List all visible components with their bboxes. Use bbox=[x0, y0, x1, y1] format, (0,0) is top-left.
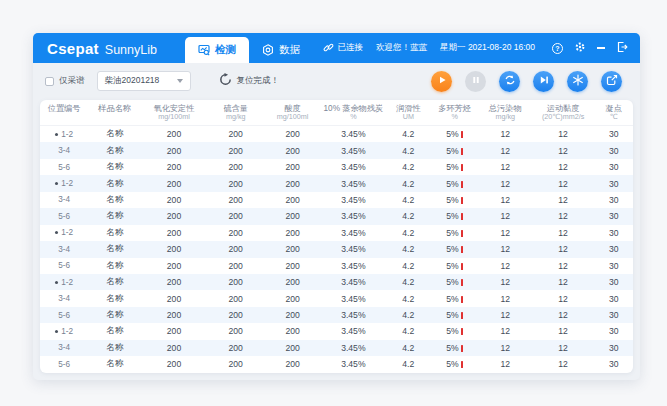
action-buttons bbox=[431, 71, 628, 92]
cell-sample-name: 名称 bbox=[88, 358, 141, 370]
cell-value: 4.2 bbox=[386, 211, 430, 221]
table-row[interactable]: 3-4名称2002002003.45%4.25%121230 bbox=[40, 290, 633, 306]
gear-icon[interactable] bbox=[574, 41, 586, 55]
cell-sample-name: 名称 bbox=[88, 178, 141, 190]
table-row[interactable]: 5-6名称2002002003.45%4.25%121230 bbox=[40, 208, 633, 224]
cell-value: 30 bbox=[594, 211, 633, 221]
table-row[interactable]: 3-4名称2002002003.45%4.25%121230 bbox=[40, 142, 633, 158]
table-row[interactable]: 5-6名称2002002003.45%4.25%121230 bbox=[40, 356, 633, 372]
cell-value: 5% bbox=[431, 211, 479, 221]
cell-value: 200 bbox=[265, 195, 321, 205]
cell-sample-name: 名称 bbox=[88, 128, 141, 140]
cell-value: 5% bbox=[431, 326, 479, 336]
pause-button[interactable] bbox=[465, 71, 486, 92]
cell-value: 30 bbox=[594, 277, 633, 287]
cell-value: 200 bbox=[207, 343, 265, 353]
connection-status-text: 已连接 bbox=[338, 42, 364, 54]
cell-value: 12 bbox=[479, 162, 532, 172]
cell-value: 200 bbox=[207, 228, 265, 238]
sample-select[interactable]: 柴油20201218 bbox=[97, 71, 191, 91]
cell-value: 30 bbox=[594, 244, 633, 254]
table-header-row: 位置编号 样品名称 氧化安定性mg/100ml硫含量mg/kg酸度mg/100m… bbox=[40, 100, 633, 126]
reset-refresh-icon[interactable] bbox=[219, 72, 232, 90]
header-right: 已连接 欢迎您！蓝蓝 星期一 2021-08-20 16:00 ? bbox=[323, 41, 640, 55]
cell-value: 5% bbox=[431, 146, 479, 156]
cell-value: 3.45% bbox=[321, 359, 387, 369]
cell-value: 4.2 bbox=[386, 310, 430, 320]
cell-value: 12 bbox=[479, 129, 532, 139]
logout-icon[interactable] bbox=[616, 41, 628, 55]
alert-flag-icon bbox=[461, 164, 464, 171]
freeze-button[interactable] bbox=[567, 71, 588, 92]
connection-status: 已连接 bbox=[323, 42, 364, 55]
cell-value: 30 bbox=[594, 162, 633, 172]
cell-value: 200 bbox=[265, 261, 321, 271]
cell-sample-name: 名称 bbox=[88, 293, 141, 305]
cell-position: 5-6 bbox=[40, 261, 88, 270]
table-row[interactable]: 1-2名称2002002003.45%4.25%121230 bbox=[40, 225, 633, 241]
cell-value: 30 bbox=[594, 343, 633, 353]
cell-value: 4.2 bbox=[386, 326, 430, 336]
cell-value: 200 bbox=[141, 310, 207, 320]
minimize-icon[interactable] bbox=[597, 47, 605, 49]
cell-value: 12 bbox=[479, 244, 532, 254]
cell-value: 12 bbox=[532, 162, 595, 172]
sync-button[interactable] bbox=[499, 71, 520, 92]
cell-value: 4.2 bbox=[386, 129, 430, 139]
cell-value: 4.2 bbox=[386, 228, 430, 238]
cell-value: 30 bbox=[594, 261, 633, 271]
cell-position: 5-6 bbox=[40, 163, 88, 172]
help-icon[interactable]: ? bbox=[552, 43, 563, 54]
cell-value: 200 bbox=[141, 244, 207, 254]
cell-value: 12 bbox=[532, 244, 595, 254]
column-header: 酸度mg/100ml bbox=[265, 104, 321, 122]
cell-value: 5% bbox=[431, 179, 479, 189]
cell-value: 4.2 bbox=[386, 277, 430, 287]
cell-value: 200 bbox=[265, 359, 321, 369]
cell-value: 200 bbox=[265, 326, 321, 336]
column-header: 凝点℃ bbox=[594, 104, 633, 122]
cell-value: 5% bbox=[431, 261, 479, 271]
spectrum-checkbox[interactable] bbox=[45, 77, 54, 86]
welcome-text: 欢迎您！蓝蓝 bbox=[376, 42, 427, 54]
cell-value: 12 bbox=[479, 343, 532, 353]
table-row[interactable]: 1-2名称2002002003.45%4.25%121230 bbox=[40, 126, 633, 142]
table-row[interactable]: 3-4名称2002002003.45%4.25%121230 bbox=[40, 340, 633, 356]
table-row[interactable]: 5-6名称2002002003.45%4.25%121230 bbox=[40, 307, 633, 323]
reset-status: 复位完成！ bbox=[219, 72, 280, 90]
export-icon bbox=[606, 74, 618, 89]
alert-flag-icon bbox=[461, 181, 464, 188]
tab-data[interactable]: 数据 bbox=[249, 37, 313, 63]
table-row[interactable]: 1-2名称2002002003.45%4.25%121230 bbox=[40, 175, 633, 191]
cell-sample-name: 名称 bbox=[88, 145, 141, 157]
table-row[interactable]: 1-2名称2002002003.45%4.25%121230 bbox=[40, 323, 633, 339]
cell-value: 3.45% bbox=[321, 162, 387, 172]
cell-value: 3.45% bbox=[321, 211, 387, 221]
table-row[interactable]: 1-2名称2002002003.45%4.25%121230 bbox=[40, 274, 633, 290]
cell-sample-name: 名称 bbox=[88, 227, 141, 239]
app-window: Csepat SunnyLib 检测 bbox=[33, 33, 640, 380]
start-button[interactable] bbox=[431, 71, 452, 92]
cell-position: 3-4 bbox=[40, 146, 88, 155]
cell-value: 200 bbox=[207, 310, 265, 320]
cell-value: 12 bbox=[532, 310, 595, 320]
cell-value: 200 bbox=[141, 277, 207, 287]
table-row[interactable]: 5-6名称2002002003.45%4.25%121230 bbox=[40, 159, 633, 175]
skip-forward-button[interactable] bbox=[533, 71, 554, 92]
cell-value: 12 bbox=[479, 179, 532, 189]
table-row[interactable]: 3-4名称2002002003.45%4.25%121230 bbox=[40, 241, 633, 257]
table-row[interactable]: 5-6名称2002002003.45%4.25%121230 bbox=[40, 258, 633, 274]
cell-value: 200 bbox=[141, 359, 207, 369]
tab-detection-label: 检测 bbox=[215, 43, 236, 57]
cell-value: 12 bbox=[479, 195, 532, 205]
table-row[interactable]: 3-4名称2002002003.45%4.25%121230 bbox=[40, 192, 633, 208]
cell-value: 12 bbox=[532, 343, 595, 353]
tab-detection[interactable]: 检测 bbox=[185, 37, 249, 63]
cell-position: 3-4 bbox=[40, 195, 88, 204]
column-header: 总污染物mg/kg bbox=[479, 104, 532, 122]
export-button[interactable] bbox=[601, 71, 622, 92]
cell-value: 200 bbox=[207, 294, 265, 304]
cell-value: 12 bbox=[532, 326, 595, 336]
cell-value: 3.45% bbox=[321, 326, 387, 336]
cell-value: 200 bbox=[265, 343, 321, 353]
